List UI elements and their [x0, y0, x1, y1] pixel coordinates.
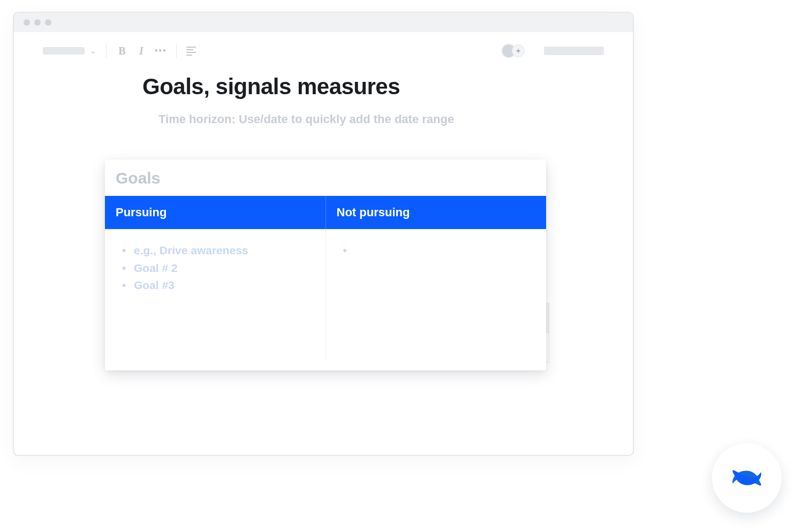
pursuing-cell[interactable]: e.g., Drive awareness Goal # 2 Goal #3: [105, 229, 326, 360]
goals-table-body: e.g., Drive awareness Goal # 2 Goal #3: [105, 229, 546, 360]
not-pursuing-cell[interactable]: [326, 229, 547, 360]
goals-panel: Goals Pursuing Not pursuing e.g., Drive …: [105, 159, 546, 370]
chevron-down-icon[interactable]: ⌄: [90, 47, 96, 55]
add-collaborator-button[interactable]: +: [512, 44, 525, 57]
bold-button[interactable]: B: [116, 45, 128, 57]
more-formatting-button[interactable]: •••: [155, 46, 167, 56]
toolbar-divider: [176, 44, 177, 58]
list-item[interactable]: e.g., Drive awareness: [122, 242, 315, 260]
window-titlebar: [14, 13, 633, 32]
window-maximize-dot[interactable]: [45, 19, 51, 26]
collaborator-avatars[interactable]: +: [501, 43, 525, 58]
toolbar-divider: [106, 44, 107, 58]
italic-button[interactable]: I: [135, 45, 147, 57]
window-close-dot[interactable]: [24, 19, 30, 26]
share-button[interactable]: [544, 47, 604, 55]
align-left-icon[interactable]: [186, 47, 197, 56]
page-title[interactable]: Goals, signals measures: [142, 74, 504, 100]
time-horizon-hint[interactable]: Time horizon: Use/date to quickly add th…: [158, 112, 504, 126]
not-pursuing-column-header[interactable]: Not pursuing: [326, 196, 547, 229]
list-item[interactable]: Goal # 2: [122, 260, 315, 277]
goals-heading[interactable]: Goals: [105, 159, 546, 196]
pursuing-column-header[interactable]: Pursuing: [105, 196, 326, 229]
window-minimize-dot[interactable]: [34, 19, 41, 26]
list-item[interactable]: Goal #3: [122, 277, 315, 294]
goals-table-header: Pursuing Not pursuing: [105, 196, 546, 229]
confluence-icon: [728, 459, 766, 497]
editor-toolbar: ⌄ B I ••• +: [14, 32, 633, 70]
confluence-badge: [712, 443, 782, 513]
text-style-dropdown[interactable]: [43, 47, 85, 55]
